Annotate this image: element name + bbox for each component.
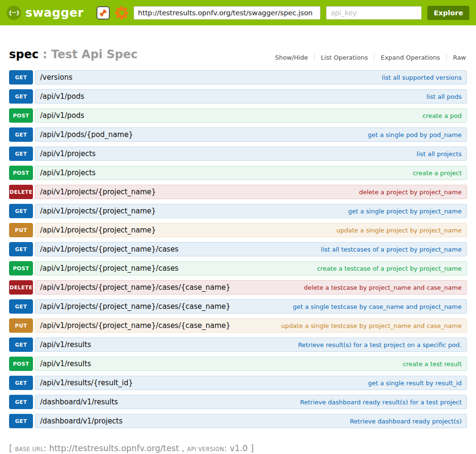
endpoint-row-body: /api/v1/projects create a project bbox=[35, 166, 467, 180]
endpoint-path[interactable]: /api/v1/pods bbox=[40, 111, 85, 120]
resource-description: Test Api Spec bbox=[51, 48, 138, 61]
method-badge: DELETE bbox=[9, 185, 33, 199]
endpoint-path[interactable]: /api/v1/projects/{project_name}/cases bbox=[40, 245, 179, 253]
endpoint-path[interactable]: /api/v1/pods/{pod_name} bbox=[40, 130, 133, 139]
endpoint-path[interactable]: /api/v1/projects/{project_name} bbox=[40, 226, 156, 234]
endpoint-row[interactable]: POST /api/v1/projects/{project_name}/cas… bbox=[9, 261, 467, 275]
endpoint-description[interactable]: Retrieve dashboard ready project(s) bbox=[350, 418, 462, 425]
method-badge: GET bbox=[9, 147, 33, 161]
endpoint-row[interactable]: DELETE /api/v1/projects/{project_name}/c… bbox=[9, 280, 467, 295]
endpoint-row-body: /api/v1/projects/{project_name}/cases cr… bbox=[35, 261, 467, 275]
raw-link[interactable]: Raw bbox=[447, 54, 467, 61]
endpoint-row-body: /api/v1/pods create a pod bbox=[35, 108, 467, 123]
endpoint-row-body: /api/v1/results Retrieve result(s) for a… bbox=[35, 338, 467, 352]
footer-open-bracket: [ bbox=[9, 443, 12, 453]
endpoint-row[interactable]: GET /api/v1/projects list all projects bbox=[9, 147, 467, 161]
base-url-value: http://testresults.opnfv.org/test bbox=[49, 443, 179, 453]
endpoint-path[interactable]: /api/v1/projects/{project_name}/cases/{c… bbox=[40, 302, 231, 311]
method-badge: GET bbox=[9, 204, 33, 218]
endpoint-row[interactable]: GET /api/v1/projects/{project_name}/case… bbox=[9, 299, 467, 314]
title-separator: : bbox=[39, 48, 51, 61]
method-badge: GET bbox=[9, 395, 33, 409]
endpoint-path[interactable]: /api/v1/results/{result_id} bbox=[40, 379, 133, 387]
footer-close-bracket: ] bbox=[251, 443, 254, 453]
method-badge: GET bbox=[9, 299, 33, 314]
endpoint-description[interactable]: delete a project by project_name bbox=[359, 189, 462, 196]
endpoint-row[interactable]: GET /api/v1/results/{result_id} get a si… bbox=[9, 376, 467, 390]
spec-url-input[interactable] bbox=[134, 6, 320, 20]
method-badge: GET bbox=[9, 89, 33, 104]
endpoint-path[interactable]: /api/v1/projects/{project_name}/cases/{c… bbox=[40, 321, 231, 330]
endpoint-row[interactable]: GET /api/v1/pods list all pods bbox=[9, 89, 467, 104]
endpoint-row[interactable]: GET /versions list all supported version… bbox=[9, 70, 467, 84]
endpoint-row[interactable]: PUT /api/v1/projects/{project_name}/case… bbox=[9, 318, 467, 333]
endpoint-path[interactable]: /api/v1/projects/{project_name} bbox=[40, 188, 156, 196]
endpoint-row[interactable]: GET /api/v1/projects/{project_name}/case… bbox=[9, 242, 467, 256]
method-badge: GET bbox=[9, 242, 33, 256]
endpoint-row-body: /api/v1/projects/{project_name}/cases li… bbox=[35, 242, 467, 256]
endpoint-row[interactable]: GET /api/v1/results Retrieve result(s) f… bbox=[9, 338, 467, 352]
bone-bookmarklet-button[interactable] bbox=[96, 6, 110, 20]
endpoint-description[interactable]: get a single pod by pod_name bbox=[368, 131, 462, 138]
resource-name-link[interactable]: spec bbox=[9, 48, 39, 61]
endpoint-description[interactable]: update a single project by project_name bbox=[337, 227, 462, 234]
endpoint-row[interactable]: GET /dashboard/v1/results Retrieve dashb… bbox=[9, 395, 467, 409]
brand-title: swagger bbox=[25, 6, 84, 20]
endpoint-description[interactable]: create a project bbox=[413, 169, 462, 177]
resource-heading: spec : Test Api Spec Show/Hide List Oper… bbox=[9, 48, 467, 61]
endpoint-path[interactable]: /versions bbox=[40, 73, 73, 82]
endpoint-description[interactable]: list all supported versions bbox=[382, 74, 462, 81]
endpoint-row-body: /versions list all supported versions bbox=[35, 70, 467, 84]
method-badge: POST bbox=[9, 166, 33, 180]
endpoint-path[interactable]: /api/v1/projects bbox=[40, 149, 95, 158]
method-badge: POST bbox=[9, 357, 33, 371]
swagger-logo-icon: {···} bbox=[7, 6, 21, 20]
api-version-value: v1.0 bbox=[230, 443, 248, 453]
endpoint-description[interactable]: create a pod bbox=[423, 112, 462, 119]
header-bar: {···} swagger bbox=[0, 0, 476, 25]
endpoint-description[interactable]: update a single testcase by project_name… bbox=[281, 322, 462, 329]
endpoint-row-body: /api/v1/pods/{pod_name} get a single pod… bbox=[35, 127, 467, 142]
expand-operations-link[interactable]: Expand Operations bbox=[374, 54, 446, 61]
endpoint-row[interactable]: GET /api/v1/projects/{project_name} get … bbox=[9, 204, 467, 218]
endpoint-description[interactable]: get a single testcase by case_name and p… bbox=[293, 303, 462, 310]
endpoint-row[interactable]: GET /dashboard/v1/projects Retrieve dash… bbox=[9, 414, 467, 428]
method-badge: GET bbox=[9, 376, 33, 390]
endpoint-description[interactable]: list all pods bbox=[426, 93, 462, 100]
endpoint-path[interactable]: /api/v1/pods bbox=[40, 92, 85, 101]
endpoint-path[interactable]: /api/v1/projects bbox=[40, 169, 95, 177]
endpoint-row-body: /api/v1/projects/{project_name} delete a… bbox=[35, 185, 467, 199]
endpoint-row-body: /api/v1/projects/{project_name} get a si… bbox=[35, 204, 467, 218]
footer-colon-2: : bbox=[224, 443, 230, 453]
endpoint-row[interactable]: PUT /api/v1/projects/{project_name} upda… bbox=[9, 223, 467, 237]
show-hide-link[interactable]: Show/Hide bbox=[269, 54, 315, 61]
method-badge: GET bbox=[9, 338, 33, 352]
endpoint-path[interactable]: /api/v1/projects/{project_name} bbox=[40, 207, 156, 215]
endpoint-path[interactable]: /api/v1/results bbox=[40, 359, 91, 368]
endpoint-row[interactable]: POST /api/v1/pods create a pod bbox=[9, 108, 467, 123]
endpoint-path[interactable]: /api/v1/projects/{project_name}/cases/{c… bbox=[40, 283, 231, 292]
endpoint-row[interactable]: GET /api/v1/pods/{pod_name} get a single… bbox=[9, 127, 467, 142]
api-version-label: API VERSION bbox=[187, 446, 224, 453]
endpoint-path[interactable]: /api/v1/projects/{project_name}/cases bbox=[40, 264, 179, 273]
endpoint-description[interactable]: Retrieve result(s) for a test project on… bbox=[298, 341, 462, 348]
endpoint-description[interactable]: get a single result by result_id bbox=[368, 380, 462, 387]
endpoint-description[interactable]: list all projects bbox=[417, 150, 462, 158]
endpoint-description[interactable]: get a single project by project_name bbox=[348, 208, 462, 215]
endpoint-path[interactable]: /dashboard/v1/projects bbox=[40, 417, 123, 425]
endpoint-description[interactable]: delete a testcase by project_name and ca… bbox=[304, 284, 462, 291]
endpoint-path[interactable]: /api/v1/results bbox=[40, 340, 91, 349]
list-operations-link[interactable]: List Operations bbox=[315, 54, 374, 61]
endpoint-description[interactable]: list all testcases of a project by proje… bbox=[321, 246, 462, 253]
endpoint-row[interactable]: POST /api/v1/results create a test resul… bbox=[9, 357, 467, 371]
api-key-input[interactable] bbox=[326, 6, 422, 20]
endpoint-row[interactable]: POST /api/v1/projects create a project bbox=[9, 166, 467, 180]
explore-button[interactable]: Explore bbox=[427, 6, 469, 20]
endpoint-description[interactable]: create a test result bbox=[403, 360, 462, 368]
endpoint-path[interactable]: /dashboard/v1/results bbox=[40, 398, 118, 406]
endpoint-row-body: /dashboard/v1/projects Retrieve dashboar… bbox=[35, 414, 467, 428]
gear-heart-icon[interactable] bbox=[114, 5, 129, 21]
endpoint-row[interactable]: DELETE /api/v1/projects/{project_name} d… bbox=[9, 185, 467, 199]
endpoint-description[interactable]: create a testcase of a project by projec… bbox=[317, 265, 462, 272]
endpoint-description[interactable]: Retrieve dashboard ready result(s) for a… bbox=[300, 399, 462, 406]
